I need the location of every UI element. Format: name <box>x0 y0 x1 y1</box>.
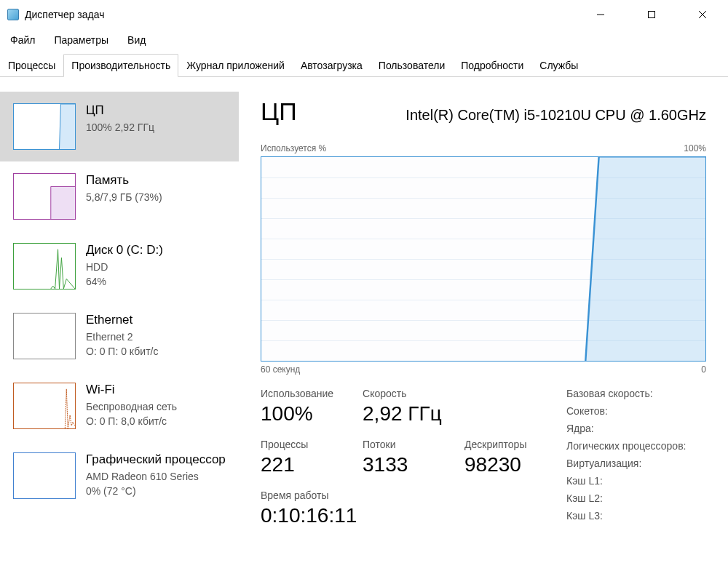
sidebar-item-disk[interactable]: Диск 0 (C: D:) HDD 64% <box>0 231 239 301</box>
detail-title: ЦП <box>261 97 297 126</box>
svg-marker-4 <box>60 104 75 149</box>
app-icon <box>7 9 19 20</box>
sidebar-gpu-sub1: AMD Radeon 610 Series <box>86 470 226 484</box>
minimize-button[interactable] <box>575 0 626 29</box>
util-value: 100% <box>261 402 333 426</box>
menu-options[interactable]: Параметры <box>51 33 111 47</box>
util-label: Использование <box>261 388 333 399</box>
wifi-thumb-icon <box>13 383 76 429</box>
kv-cores-k: Ядра: <box>566 423 594 434</box>
cpu-thumb-icon <box>13 103 76 150</box>
sidebar-item-memory[interactable]: Память 5,8/7,9 ГБ (73%) <box>0 161 239 231</box>
sidebar-item-gpu[interactable]: Графический процессор 0 AMD Radeon 610 S… <box>0 441 239 511</box>
sidebar-mem-title: Память <box>86 173 162 188</box>
proc-label: Процессы <box>261 439 333 450</box>
menu-file[interactable]: Файл <box>7 33 38 47</box>
proc-value: 221 <box>261 453 333 476</box>
svg-rect-1 <box>649 12 655 18</box>
detail-cpu-model: Intel(R) Core(TM) i5-10210U CPU @ 1.60GH… <box>405 107 706 124</box>
sidebar-item-cpu[interactable]: ЦП 100% 2,92 ГГц <box>0 92 239 161</box>
svg-marker-5 <box>51 186 75 219</box>
sidebar-wifi-sub2: О: 0 П: 8,0 кбит/с <box>86 415 177 429</box>
sidebar-wifi-sub1: Беспроводная сеть <box>86 400 177 415</box>
uptime-value: 0:10:16:11 <box>261 504 537 527</box>
ethernet-thumb-icon <box>13 313 76 359</box>
window-title: Диспетчер задач <box>25 9 105 20</box>
sidebar-cpu-sub: 100% 2,92 ГГц <box>86 121 154 135</box>
threads-label: Потоки <box>363 439 435 450</box>
sidebar-mem-sub: 5,8/7,9 ГБ (73%) <box>86 191 162 205</box>
sidebar-disk-sub1: HDD <box>86 260 163 275</box>
menubar: Файл Параметры Вид <box>0 29 728 51</box>
cpu-utilization-chart[interactable] <box>261 156 706 362</box>
sidebar: ЦП 100% 2,92 ГГц Память 5,8/7,9 ГБ (73%) <box>0 77 239 579</box>
kv-l3-k: Кэш L3: <box>566 510 603 522</box>
chart-label-tl: Используется % <box>261 143 326 153</box>
kv-basespeed-k: Базовая скорость: <box>566 388 653 399</box>
tab-startup[interactable]: Автозагрузка <box>293 53 371 76</box>
titlebar[interactable]: Диспетчер задач <box>0 0 728 29</box>
handles-value: 98230 <box>464 453 537 476</box>
kv-virt-k: Виртуализация: <box>566 458 641 469</box>
chart-label-bl: 60 секунд <box>261 364 300 375</box>
chart-label-br: 0 <box>701 364 706 375</box>
sidebar-disk-title: Диск 0 (C: D:) <box>86 243 163 257</box>
sidebar-cpu-title: ЦП <box>86 103 154 118</box>
close-button[interactable] <box>677 0 728 29</box>
tab-apphistory[interactable]: Журнал приложений <box>178 53 293 76</box>
sidebar-item-ethernet[interactable]: Ethernet Ethernet 2 О: 0 П: 0 кбит/с <box>0 301 239 371</box>
handles-label: Дескрипторы <box>464 439 537 450</box>
tab-services[interactable]: Службы <box>531 53 586 76</box>
maximize-button[interactable] <box>626 0 677 29</box>
speed-label: Скорость <box>363 388 442 399</box>
svg-marker-6 <box>585 157 705 361</box>
tabbar: Процессы Производительность Журнал прило… <box>0 51 728 77</box>
detail-panel: ЦП Intel(R) Core(TM) i5-10210U CPU @ 1.6… <box>239 77 728 579</box>
memory-thumb-icon <box>13 173 76 220</box>
uptime-label: Время работы <box>261 490 537 501</box>
tab-performance[interactable]: Производительность <box>63 54 178 77</box>
sidebar-gpu-title: Графический процессор 0 <box>86 452 226 467</box>
speed-value: 2,92 ГГц <box>363 402 442 426</box>
sidebar-eth-title: Ethernet <box>86 313 158 327</box>
sidebar-item-wifi[interactable]: Wi-Fi Беспроводная сеть О: 0 П: 8,0 кбит… <box>0 371 239 441</box>
threads-value: 3133 <box>363 453 435 476</box>
tab-details[interactable]: Подробности <box>453 53 531 76</box>
kv-sockets-k: Сокетов: <box>566 405 608 417</box>
sidebar-eth-sub1: Ethernet 2 <box>86 330 158 345</box>
chart-label-tr: 100% <box>684 143 706 153</box>
kv-l2-k: Кэш L2: <box>566 492 603 504</box>
sidebar-eth-sub2: О: 0 П: 0 кбит/с <box>86 345 158 359</box>
sidebar-wifi-title: Wi-Fi <box>86 383 177 397</box>
sidebar-disk-sub2: 64% <box>86 275 163 290</box>
tab-processes[interactable]: Процессы <box>0 53 63 76</box>
disk-thumb-icon <box>13 243 76 290</box>
kv-l1-k: Кэш L1: <box>566 475 603 487</box>
kv-logical-k: Логических процессоров: <box>566 440 686 452</box>
menu-view[interactable]: Вид <box>124 33 149 47</box>
gpu-thumb-icon <box>13 452 76 499</box>
tab-users[interactable]: Пользователи <box>371 53 453 76</box>
sidebar-gpu-sub2: 0% (72 °C) <box>86 484 226 499</box>
